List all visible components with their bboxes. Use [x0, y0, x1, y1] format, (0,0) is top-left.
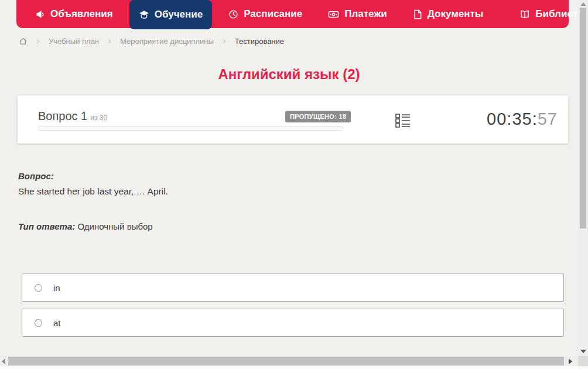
horizontal-scrollbar[interactable]	[0, 356, 578, 366]
timer-main: 00:35:	[487, 110, 538, 128]
book-icon	[519, 9, 530, 19]
timer: 00:35:57	[487, 110, 558, 129]
radio-button[interactable]	[35, 284, 42, 292]
chevron-right-icon	[107, 38, 112, 45]
answer-option-at[interactable]: at	[22, 309, 564, 337]
home-icon[interactable]	[19, 37, 28, 46]
nav-item-documents[interactable]: Документы	[404, 0, 493, 28]
scroll-right-arrow-icon[interactable]	[569, 358, 572, 364]
timer-seconds: 57	[538, 110, 558, 128]
answer-type-value: Одиночный выбор	[77, 221, 152, 231]
option-label: in	[53, 283, 60, 293]
vertical-scrollbar[interactable]	[578, 0, 588, 356]
question-text: She started her job last year, … April.	[18, 186, 168, 197]
nav-item-label: Объявления	[50, 8, 113, 20]
nav-item-payments[interactable]: Платежи	[319, 0, 396, 28]
document-icon	[413, 9, 422, 19]
clock-icon	[228, 9, 238, 19]
question-list-button[interactable]	[395, 112, 411, 128]
graduation-cap-icon	[139, 9, 149, 20]
nav-item-schedule[interactable]: Расписание	[219, 0, 312, 28]
nav-item-label: Обучение	[155, 9, 203, 20]
question-progress-bar	[38, 126, 343, 131]
skipped-badge: ПРОПУЩЕНО: 18	[285, 111, 351, 122]
scroll-up-arrow-icon[interactable]	[580, 2, 586, 6]
chevron-right-icon	[221, 38, 227, 45]
cash-icon	[328, 9, 339, 19]
breadcrumb-item-curriculum[interactable]: Учебный план	[49, 37, 99, 46]
scroll-left-arrow-icon[interactable]	[2, 358, 5, 364]
question-label: Вопрос:	[18, 171, 54, 181]
question-number-label: Вопрос 1	[38, 110, 87, 122]
scrollbar-corner	[578, 356, 588, 366]
page-title: Английский язык (2)	[0, 66, 578, 83]
breadcrumb-item-testing: Тестирование	[235, 37, 284, 46]
radio-button[interactable]	[35, 319, 42, 327]
question-status-card: Вопрос 1из 30 ПРОПУЩЕНО: 18 00:35:57	[18, 95, 568, 144]
question-of-total: из 30	[90, 114, 107, 122]
nav-item-label: Платежи	[344, 8, 387, 20]
answer-type: Тип ответа: Одиночный выбор	[18, 221, 153, 231]
vertical-scrollbar-thumb[interactable]	[580, 8, 586, 228]
bottom-strip	[0, 366, 588, 369]
nav-item-library[interactable]: Библиотека	[510, 0, 588, 28]
option-label: at	[53, 318, 61, 328]
nav-item-announcements[interactable]: Объявления	[26, 0, 122, 28]
answer-type-label: Тип ответа:	[18, 221, 75, 231]
breadcrumb-item-discipline-event[interactable]: Мероприятие дисциплины	[120, 37, 214, 46]
scroll-down-arrow-icon[interactable]	[580, 350, 586, 353]
nav-item-label: Документы	[428, 8, 484, 20]
list-icon	[395, 119, 411, 129]
breadcrumb: Учебный план Мероприятие дисциплины Тест…	[19, 37, 284, 46]
chevron-right-icon	[35, 38, 41, 45]
answer-option-in[interactable]: in	[22, 274, 564, 302]
nav-item-learning[interactable]: Обучение	[129, 0, 212, 29]
megaphone-icon	[35, 9, 45, 19]
top-navbar: Объявления Обучение Расписание Платежи Д…	[16, 0, 569, 28]
question-number: Вопрос 1из 30	[38, 110, 107, 123]
horizontal-scrollbar-thumb[interactable]	[8, 357, 564, 365]
nav-item-label: Расписание	[244, 8, 302, 20]
